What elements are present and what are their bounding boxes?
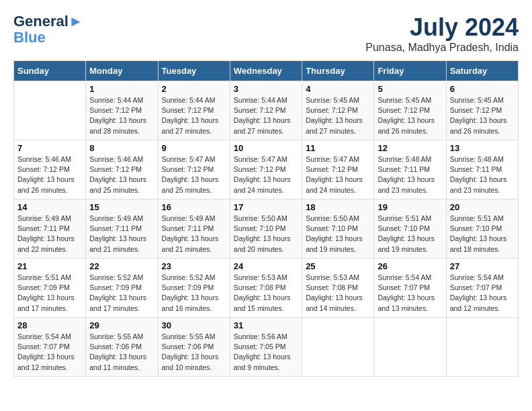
sunset-text: Sunset: 7:12 PM	[234, 106, 286, 114]
sunset-text: Sunset: 7:12 PM	[234, 165, 286, 173]
daylight-text: Daylight: 13 hours and 11 minutes.	[89, 353, 146, 371]
sunset-text: Sunset: 7:11 PM	[450, 165, 502, 173]
sunset-text: Sunset: 7:08 PM	[234, 283, 286, 291]
calendar-cell	[374, 318, 446, 377]
calendar-cell: 10 Sunrise: 5:47 AM Sunset: 7:12 PM Dayl…	[230, 140, 302, 199]
calendar-cell	[14, 81, 86, 140]
sunrise-text: Sunrise: 5:51 AM	[378, 214, 431, 222]
calendar-week-1: 1 Sunrise: 5:44 AM Sunset: 7:12 PM Dayli…	[14, 81, 519, 140]
day-header-tuesday: Tuesday	[158, 61, 230, 81]
day-number: 3	[234, 84, 298, 94]
cell-info: Sunrise: 5:45 AM Sunset: 7:12 PM Dayligh…	[378, 95, 442, 136]
day-header-sunday: Sunday	[14, 61, 86, 81]
calendar-table: SundayMondayTuesdayWednesdayThursdayFrid…	[13, 60, 519, 377]
page-header: General► Blue July 2024 Punasa, Madhya P…	[13, 13, 519, 54]
calendar-header-row: SundayMondayTuesdayWednesdayThursdayFrid…	[14, 61, 519, 81]
calendar-cell: 13 Sunrise: 5:48 AM Sunset: 7:11 PM Dayl…	[446, 140, 518, 199]
calendar-cell: 1 Sunrise: 5:44 AM Sunset: 7:12 PM Dayli…	[86, 81, 158, 140]
cell-info: Sunrise: 5:45 AM Sunset: 7:12 PM Dayligh…	[450, 95, 515, 136]
day-number: 26	[378, 261, 442, 271]
day-header-monday: Monday	[86, 61, 158, 81]
daylight-text: Daylight: 13 hours and 24 minutes.	[234, 175, 291, 193]
sunrise-text: Sunrise: 5:51 AM	[17, 273, 71, 281]
sunset-text: Sunset: 7:09 PM	[89, 283, 142, 291]
day-header-saturday: Saturday	[446, 61, 518, 81]
sunrise-text: Sunrise: 5:45 AM	[306, 96, 359, 104]
calendar-cell: 4 Sunrise: 5:45 AM Sunset: 7:12 PM Dayli…	[302, 81, 374, 140]
cell-info: Sunrise: 5:48 AM Sunset: 7:11 PM Dayligh…	[378, 154, 442, 195]
day-number: 13	[450, 143, 515, 153]
calendar-cell: 15 Sunrise: 5:49 AM Sunset: 7:11 PM Dayl…	[86, 199, 158, 259]
cell-info: Sunrise: 5:46 AM Sunset: 7:12 PM Dayligh…	[17, 154, 82, 195]
calendar-cell: 22 Sunrise: 5:52 AM Sunset: 7:09 PM Dayl…	[86, 259, 158, 318]
sunset-text: Sunset: 7:12 PM	[450, 106, 502, 114]
calendar-cell: 16 Sunrise: 5:49 AM Sunset: 7:11 PM Dayl…	[158, 199, 230, 259]
daylight-text: Daylight: 13 hours and 17 minutes.	[89, 293, 146, 312]
sunset-text: Sunset: 7:07 PM	[450, 283, 502, 291]
sunset-text: Sunset: 7:11 PM	[162, 224, 214, 232]
calendar-cell: 3 Sunrise: 5:44 AM Sunset: 7:12 PM Dayli…	[230, 81, 302, 140]
day-number: 19	[378, 202, 442, 212]
cell-info: Sunrise: 5:51 AM Sunset: 7:09 PM Dayligh…	[17, 273, 82, 314]
sunset-text: Sunset: 7:10 PM	[450, 224, 502, 232]
sunrise-text: Sunrise: 5:51 AM	[450, 214, 504, 222]
cell-info: Sunrise: 5:50 AM Sunset: 7:10 PM Dayligh…	[306, 214, 370, 255]
calendar-cell: 25 Sunrise: 5:53 AM Sunset: 7:08 PM Dayl…	[302, 259, 374, 318]
sunrise-text: Sunrise: 5:50 AM	[234, 214, 287, 222]
cell-info: Sunrise: 5:49 AM Sunset: 7:11 PM Dayligh…	[162, 214, 226, 255]
day-number: 5	[378, 84, 442, 94]
day-header-thursday: Thursday	[302, 61, 374, 81]
sunrise-text: Sunrise: 5:54 AM	[17, 332, 71, 340]
daylight-text: Daylight: 13 hours and 10 minutes.	[162, 353, 219, 371]
sunrise-text: Sunrise: 5:46 AM	[17, 155, 71, 163]
sunrise-text: Sunrise: 5:48 AM	[450, 155, 504, 163]
sunset-text: Sunset: 7:11 PM	[378, 165, 430, 173]
calendar-week-4: 21 Sunrise: 5:51 AM Sunset: 7:09 PM Dayl…	[14, 259, 519, 318]
sunset-text: Sunset: 7:07 PM	[378, 283, 430, 291]
sunset-text: Sunset: 7:12 PM	[306, 106, 358, 114]
daylight-text: Daylight: 13 hours and 14 minutes.	[306, 293, 363, 312]
day-number: 30	[162, 320, 226, 330]
sunset-text: Sunset: 7:08 PM	[306, 283, 358, 291]
day-number: 1	[89, 84, 154, 94]
calendar-week-2: 7 Sunrise: 5:46 AM Sunset: 7:12 PM Dayli…	[14, 140, 519, 199]
day-number: 29	[89, 320, 154, 330]
daylight-text: Daylight: 13 hours and 27 minutes.	[306, 116, 363, 134]
calendar-week-5: 28 Sunrise: 5:54 AM Sunset: 7:07 PM Dayl…	[14, 318, 519, 377]
sunset-text: Sunset: 7:07 PM	[17, 342, 70, 351]
daylight-text: Daylight: 13 hours and 19 minutes.	[306, 234, 363, 253]
calendar-cell: 9 Sunrise: 5:47 AM Sunset: 7:12 PM Dayli…	[158, 140, 230, 199]
calendar-body: 1 Sunrise: 5:44 AM Sunset: 7:12 PM Dayli…	[14, 81, 519, 377]
calendar-cell: 12 Sunrise: 5:48 AM Sunset: 7:11 PM Dayl…	[374, 140, 446, 199]
day-number: 24	[234, 261, 298, 271]
day-number: 2	[162, 84, 226, 94]
sunrise-text: Sunrise: 5:45 AM	[378, 96, 431, 104]
day-number: 22	[89, 261, 154, 271]
cell-info: Sunrise: 5:54 AM Sunset: 7:07 PM Dayligh…	[17, 332, 82, 373]
day-number: 28	[17, 320, 82, 330]
sunrise-text: Sunrise: 5:56 AM	[234, 332, 287, 340]
day-number: 14	[17, 202, 82, 212]
daylight-text: Daylight: 13 hours and 28 minutes.	[89, 116, 146, 134]
calendar-cell: 5 Sunrise: 5:45 AM Sunset: 7:12 PM Dayli…	[374, 81, 446, 140]
cell-info: Sunrise: 5:55 AM Sunset: 7:06 PM Dayligh…	[89, 332, 154, 373]
cell-info: Sunrise: 5:47 AM Sunset: 7:12 PM Dayligh…	[234, 154, 298, 195]
sunrise-text: Sunrise: 5:52 AM	[162, 273, 216, 281]
daylight-text: Daylight: 13 hours and 25 minutes.	[162, 175, 219, 193]
calendar-cell: 19 Sunrise: 5:51 AM Sunset: 7:10 PM Dayl…	[374, 199, 446, 259]
cell-info: Sunrise: 5:49 AM Sunset: 7:11 PM Dayligh…	[89, 214, 154, 255]
day-number: 18	[306, 202, 370, 212]
cell-info: Sunrise: 5:56 AM Sunset: 7:05 PM Dayligh…	[234, 332, 298, 373]
day-number: 31	[234, 320, 298, 330]
day-number: 4	[306, 84, 370, 94]
daylight-text: Daylight: 13 hours and 23 minutes.	[450, 175, 507, 193]
daylight-text: Daylight: 13 hours and 9 minutes.	[234, 353, 291, 371]
sunrise-text: Sunrise: 5:52 AM	[89, 273, 143, 281]
daylight-text: Daylight: 13 hours and 25 minutes.	[89, 175, 146, 193]
daylight-text: Daylight: 13 hours and 19 minutes.	[378, 234, 435, 253]
daylight-text: Daylight: 13 hours and 16 minutes.	[162, 293, 219, 312]
sunset-text: Sunset: 7:12 PM	[306, 165, 358, 173]
calendar-cell: 28 Sunrise: 5:54 AM Sunset: 7:07 PM Dayl…	[14, 318, 86, 377]
daylight-text: Daylight: 13 hours and 20 minutes.	[234, 234, 291, 253]
daylight-text: Daylight: 13 hours and 12 minutes.	[450, 293, 507, 312]
